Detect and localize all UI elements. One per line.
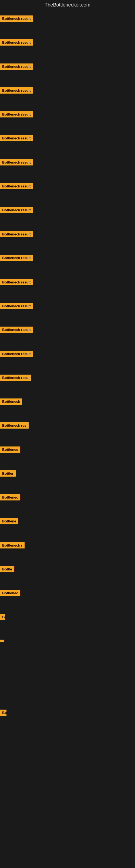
bottleneck-badge: Bottleneck r	[0, 542, 25, 549]
bottleneck-result-item[interactable]: Bottleneck result	[0, 231, 33, 239]
bottleneck-result-item[interactable]: Bottleneck	[0, 399, 22, 406]
bottleneck-badge: Bottleneck result	[0, 87, 33, 94]
bottleneck-badge: Bottlenec	[0, 494, 20, 500]
bottleneck-result-item[interactable]: B	[0, 614, 5, 621]
bottleneck-badge: Bottleneck result	[0, 111, 33, 118]
bottleneck-result-item[interactable]: Bottleneck result	[0, 39, 33, 46]
bottleneck-badge: Bottleneck resu	[0, 375, 31, 381]
bottleneck-badge: Bottleneck result	[0, 183, 33, 189]
bottleneck-result-item[interactable]: Bottleneck r	[0, 542, 25, 550]
bottleneck-badge: Bottleneck result	[0, 327, 33, 333]
bottleneck-result-item[interactable]: Bottlenec	[0, 590, 20, 597]
bottleneck-result-item[interactable]: Bottler	[0, 470, 16, 478]
bottleneck-badge: Bottlenec	[0, 446, 20, 453]
bottleneck-result-item[interactable]: Bottleneck result	[0, 63, 33, 71]
bottleneck-badge: Bottleneck	[0, 399, 22, 405]
bottleneck-result-item[interactable]: Bottleneck resu	[0, 375, 31, 382]
site-title: TheBottlenecker.com	[0, 0, 135, 10]
bottleneck-badge: Bottleneck result	[0, 16, 33, 22]
bottleneck-badge: Bottleneck res	[0, 422, 29, 429]
bottleneck-result-item[interactable]: Bottleneck result	[0, 135, 33, 143]
bottleneck-badge: Bottlene	[0, 518, 18, 524]
bottleneck-badge: Bottleneck result	[0, 279, 33, 285]
bottleneck-result-item[interactable]: Bottleneck res	[0, 422, 29, 430]
bottleneck-result-item[interactable]: Bottleneck result	[0, 351, 33, 358]
bottleneck-result-item[interactable]: Bottleneck result	[0, 255, 33, 262]
bottleneck-badge: Bo	[0, 710, 6, 716]
bottleneck-result-item[interactable]: Bottleneck result	[0, 303, 33, 310]
bottleneck-result-item[interactable]: Bottleneck result	[0, 183, 33, 190]
bottleneck-result-item[interactable]: Bottlene	[0, 518, 18, 525]
bottleneck-result-item[interactable]: Bottleneck result	[0, 16, 33, 23]
bottleneck-badge: B	[0, 614, 5, 620]
bottleneck-badge: Bottleneck result	[0, 303, 33, 309]
bottleneck-badge: Bottleneck result	[0, 39, 33, 45]
bottleneck-badge: Bottle	[0, 566, 14, 572]
bottleneck-badge: Bottlenec	[0, 590, 20, 596]
bottleneck-badge: Bottleneck result	[0, 207, 33, 213]
bottleneck-result-item[interactable]: Bottlenec	[0, 446, 20, 454]
bottleneck-result-item[interactable]	[0, 638, 4, 643]
bottleneck-badge	[0, 640, 4, 642]
bottleneck-result-item[interactable]: Bottle	[0, 566, 14, 574]
bottleneck-result-item[interactable]: Bottleneck result	[0, 279, 33, 286]
bottleneck-result-item[interactable]: Bottleneck result	[0, 207, 33, 214]
bottleneck-result-item[interactable]: Bottleneck result	[0, 327, 33, 334]
bottleneck-badge: Bottleneck result	[0, 159, 33, 165]
bottleneck-badge: Bottleneck result	[0, 351, 33, 357]
bottleneck-badge: Bottleneck result	[0, 255, 33, 261]
bottleneck-result-item[interactable]: Bottleneck result	[0, 87, 33, 95]
bottleneck-result-item[interactable]: Bottlenec	[0, 494, 20, 501]
bottleneck-badge: Bottleneck result	[0, 63, 33, 70]
bottleneck-result-item[interactable]: Bo	[0, 710, 6, 717]
bottleneck-result-item[interactable]: Bottleneck result	[0, 111, 33, 119]
bottleneck-badge: Bottleneck result	[0, 135, 33, 141]
bottleneck-badge: Bottleneck result	[0, 231, 33, 237]
bottleneck-badge: Bottler	[0, 470, 16, 476]
bottleneck-result-item[interactable]: Bottleneck result	[0, 159, 33, 166]
